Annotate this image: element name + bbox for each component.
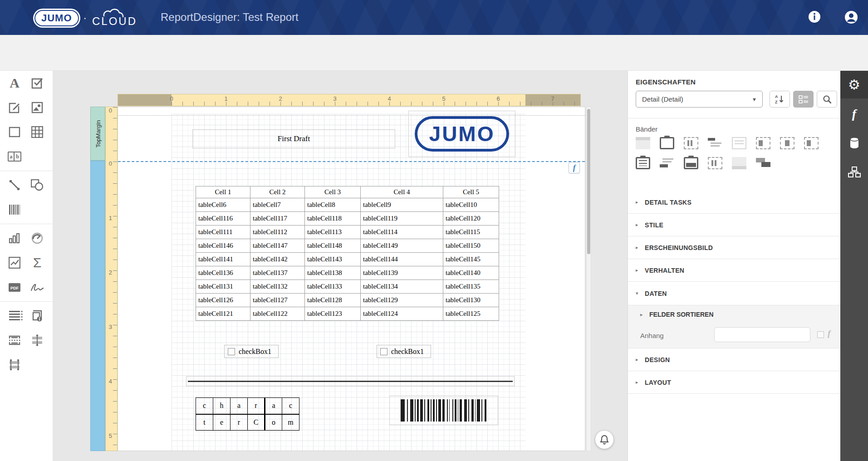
table-cell[interactable]: tableCell145 xyxy=(443,253,499,266)
tool-panel[interactable] xyxy=(6,124,23,140)
table-cell[interactable]: tableCell142 xyxy=(250,253,305,266)
comb-cell[interactable]: h xyxy=(213,398,230,414)
section-detail-tasks[interactable]: ▸ DETAIL TASKS xyxy=(628,191,840,214)
tool-cross-band-box[interactable] xyxy=(6,357,23,373)
tool-character-comb[interactable]: ab xyxy=(6,148,23,165)
anhang-checkbox[interactable] xyxy=(817,331,824,338)
table-cell[interactable]: tableCell123 xyxy=(305,307,361,321)
table-header-cell[interactable]: Cell 4 xyxy=(361,186,443,198)
table-header-cell[interactable]: Cell 2 xyxy=(250,186,305,198)
table-cell[interactable]: tableCell116 xyxy=(196,212,250,226)
section-felder-sortieren[interactable]: ▸ FELDER SORTIEREN xyxy=(640,311,714,318)
comb-cell[interactable]: r xyxy=(230,414,248,431)
section-layout[interactable]: ▸ LAYOUT xyxy=(628,371,840,394)
table-cell[interactable]: tableCell134 xyxy=(361,280,443,294)
table-cell[interactable]: tableCell133 xyxy=(305,280,361,294)
table-header-cell[interactable]: Cell 1 xyxy=(196,186,250,198)
table-cell[interactable]: tableCell112 xyxy=(250,226,305,239)
checkbox-element-2[interactable]: checkBox1 xyxy=(377,345,431,358)
table-cell[interactable]: tableCell120 xyxy=(443,212,499,226)
table-cell[interactable]: tableCell9 xyxy=(361,198,443,212)
tool-summary[interactable]: Σ xyxy=(29,255,45,271)
section-stile[interactable]: ▸ STILE xyxy=(628,214,840,236)
logo-picture-element[interactable]: JUMO xyxy=(408,111,515,157)
tool-barcode[interactable] xyxy=(6,201,23,218)
table-cell[interactable]: tableCell129 xyxy=(361,294,443,307)
table-cell[interactable]: tableCell135 xyxy=(443,280,499,294)
checkbox-element-1[interactable]: checkBox1 xyxy=(224,345,279,358)
tool-table[interactable] xyxy=(29,124,45,140)
comb-cell[interactable]: m xyxy=(282,414,299,431)
table-cell[interactable]: tableCell130 xyxy=(443,294,499,307)
user-icon[interactable] xyxy=(844,10,858,25)
table-header-cell[interactable]: Cell 5 xyxy=(443,186,499,198)
band-icon-page[interactable] xyxy=(732,137,746,149)
sort-az-button[interactable]: AZ xyxy=(770,91,790,108)
table-cell[interactable]: tableCell140 xyxy=(443,266,499,280)
barcode-element[interactable] xyxy=(389,396,498,425)
character-comb-element[interactable]: characterCom xyxy=(196,397,299,431)
band-icon-detail-report[interactable] xyxy=(756,157,770,169)
tool-picture[interactable] xyxy=(29,99,45,116)
report-page[interactable]: First Draft JUMO Cell 1Cell 2Cell 3Cell … xyxy=(118,107,585,451)
table-cell[interactable]: tableCell124 xyxy=(361,307,443,321)
table-cell[interactable]: tableCell7 xyxy=(250,198,305,212)
band-topmargin[interactable]: TopMargin xyxy=(90,107,105,161)
report-structure-icon[interactable] xyxy=(840,158,868,186)
band-icon-cross-band[interactable] xyxy=(660,157,674,169)
table-cell[interactable]: tableCell131 xyxy=(196,280,250,294)
report-table-element[interactable]: Cell 1Cell 2Cell 3Cell 4Cell 5 tableCell… xyxy=(196,186,499,321)
table-cell[interactable]: tableCell121 xyxy=(196,307,250,321)
tool-label[interactable]: A xyxy=(6,75,23,91)
table-cell[interactable]: tableCell115 xyxy=(443,226,499,239)
band-icon-top-margin[interactable] xyxy=(636,137,650,149)
expression-tab-icon[interactable]: f xyxy=(840,100,868,128)
band-icon-group-header[interactable] xyxy=(684,137,698,149)
table-cell[interactable]: tableCell127 xyxy=(250,294,305,307)
table-cell[interactable]: tableCell148 xyxy=(305,239,361,253)
tool-checkbox[interactable] xyxy=(29,75,45,91)
comb-cell[interactable]: o xyxy=(265,414,282,431)
anhang-input[interactable] xyxy=(714,327,810,342)
table-cell[interactable]: tableCell146 xyxy=(196,239,250,253)
tool-cross-band-line[interactable] xyxy=(29,332,45,348)
scrollbar-thumb[interactable] xyxy=(587,109,590,254)
line-element[interactable] xyxy=(186,376,515,386)
table-cell[interactable]: tableCell113 xyxy=(305,226,361,239)
table-cell[interactable]: tableCell139 xyxy=(361,266,443,280)
table-cell[interactable]: tableCell138 xyxy=(305,266,361,280)
gear-icon[interactable]: ⚙ xyxy=(840,71,868,98)
section-erscheinungsbild[interactable]: ▸ ERSCHEINUNGSBILD xyxy=(628,236,840,259)
table-header-cell[interactable]: Cell 3 xyxy=(305,186,361,198)
comb-cell[interactable]: c xyxy=(196,398,213,414)
band-icon-group-footer[interactable] xyxy=(708,157,722,169)
element-selector[interactable]: Detail (Detail) ▼ xyxy=(636,91,763,108)
canvas-scrollbar[interactable] xyxy=(586,107,591,451)
section-verhalten[interactable]: ▸ VERHALTEN xyxy=(628,259,840,282)
comb-cell[interactable]: e xyxy=(213,414,230,431)
table-cell[interactable]: tableCell125 xyxy=(443,307,499,321)
band-icon-sub-band[interactable] xyxy=(708,137,722,149)
table-cell[interactable]: tableCell132 xyxy=(250,280,305,294)
band-icon-report-header[interactable] xyxy=(660,137,674,149)
tool-chart[interactable] xyxy=(6,230,23,246)
report-title-element[interactable]: First Draft xyxy=(192,129,395,148)
tool-sparkline[interactable] xyxy=(6,255,23,271)
tool-gauge[interactable] xyxy=(29,230,45,246)
info-icon[interactable] xyxy=(808,10,822,25)
comb-cell[interactable]: a xyxy=(230,398,248,414)
search-button[interactable] xyxy=(817,91,837,108)
table-cell[interactable]: tableCell119 xyxy=(361,212,443,226)
tool-line[interactable] xyxy=(6,177,23,193)
table-cell[interactable]: tableCell10 xyxy=(443,198,499,212)
band-icon-report-footer[interactable] xyxy=(636,157,650,169)
comb-cell[interactable]: r xyxy=(248,398,265,414)
section-design[interactable]: ▸ DESIGN xyxy=(628,348,840,371)
comb-cell[interactable]: a xyxy=(265,398,282,414)
section-daten[interactable]: ▾ DATEN xyxy=(628,282,840,305)
band-detail[interactable] xyxy=(90,161,105,451)
table-cell[interactable]: tableCell118 xyxy=(305,212,361,226)
table-cell[interactable]: tableCell137 xyxy=(250,266,305,280)
table-cell[interactable]: tableCell122 xyxy=(250,307,305,321)
expression-button[interactable]: f xyxy=(569,162,580,173)
